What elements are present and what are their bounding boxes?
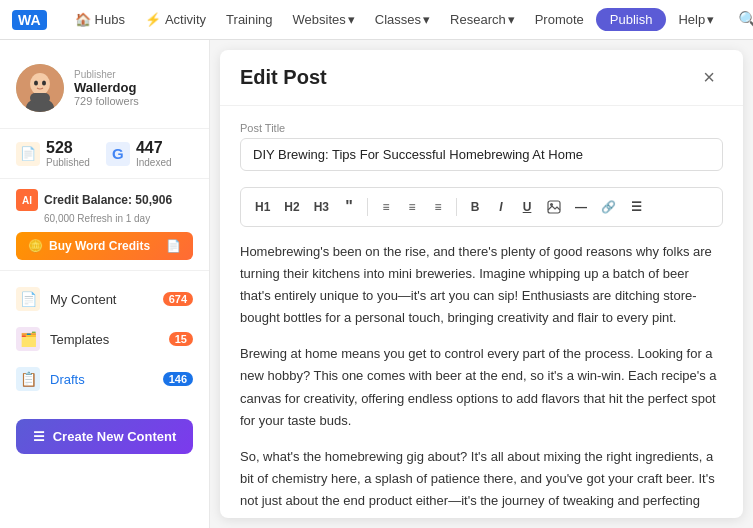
document-icon: 📄 (166, 239, 181, 253)
nav-items-section: 📄 My Content 674 🗂️ Templates 15 📋 Draft… (0, 271, 209, 407)
align-center-button[interactable]: ≡ (400, 196, 424, 218)
drafts-label: Drafts (50, 372, 153, 387)
credit-balance: Credit Balance: 50,906 (44, 193, 172, 207)
indexed-label: Indexed (136, 157, 172, 168)
profile-name: Wallerdog (74, 80, 139, 95)
underline-button[interactable]: U (515, 196, 539, 218)
drafts-icon: 📋 (16, 367, 40, 391)
edit-post-header: Edit Post × (220, 50, 743, 106)
svg-point-7 (550, 203, 553, 206)
published-label: Published (46, 157, 90, 168)
main-layout: Publisher Wallerdog 729 followers 📄 528 … (0, 40, 753, 528)
italic-button[interactable]: I (489, 196, 513, 218)
post-title-label: Post Title (240, 122, 723, 134)
activity-icon: ⚡ (145, 12, 161, 27)
paragraph-1: Homebrewing's been on the rise, and ther… (240, 241, 723, 329)
edit-post-title: Edit Post (240, 66, 327, 89)
nav-items: 🏠 Hubs ⚡ Activity Training Websites ▾ Cl… (67, 8, 723, 31)
stats-row: 📄 528 Published G 447 Indexed (0, 129, 209, 179)
h2-button[interactable]: H2 (278, 196, 305, 218)
svg-rect-3 (30, 93, 50, 103)
post-title-input[interactable] (240, 138, 723, 171)
svg-point-4 (34, 81, 38, 86)
nav-activity[interactable]: ⚡ Activity (137, 8, 214, 31)
indexed-number: 447 (136, 139, 172, 157)
nav-research[interactable]: Research ▾ (442, 8, 523, 31)
top-navigation: WA 🏠 Hubs ⚡ Activity Training Websites ▾… (0, 0, 753, 40)
h1-button[interactable]: H1 (249, 196, 276, 218)
h3-button[interactable]: H3 (308, 196, 335, 218)
blockquote-button[interactable]: " (337, 194, 361, 220)
list-button[interactable]: ☰ (624, 196, 648, 218)
toolbar-divider-2 (456, 198, 457, 216)
classes-chevron-icon: ▾ (423, 12, 430, 27)
editor-toolbar: H1 H2 H3 " ≡ ≡ ≡ B I U — 🔗 (240, 187, 723, 227)
templates-badge: 15 (169, 332, 193, 346)
nav-training[interactable]: Training (218, 8, 280, 31)
image-button[interactable] (541, 196, 567, 218)
profile-followers: 729 followers (74, 95, 139, 107)
help-chevron-icon: ▾ (707, 12, 714, 27)
hubs-icon: 🏠 (75, 12, 91, 27)
published-stat: 📄 528 Published (16, 139, 90, 168)
research-chevron-icon: ▾ (508, 12, 515, 27)
profile-section: Publisher Wallerdog 729 followers (0, 52, 209, 129)
post-title-field: Post Title (240, 122, 723, 171)
edit-post-panel: Edit Post × Post Title H1 H2 H3 " ≡ (220, 50, 743, 518)
link-button[interactable]: 🔗 (595, 196, 622, 218)
ai-icon: AI (16, 189, 38, 211)
published-icon: 📄 (16, 142, 40, 166)
credit-section: AI Credit Balance: 50,906 60,000 Refresh… (0, 179, 209, 271)
svg-point-5 (42, 81, 46, 86)
my-content-icon: 📄 (16, 287, 40, 311)
svg-point-1 (30, 73, 50, 95)
svg-rect-6 (548, 201, 560, 213)
toolbar-divider-1 (367, 198, 368, 216)
nav-websites[interactable]: Websites ▾ (285, 8, 363, 31)
content-area: Edit Post × Post Title H1 H2 H3 " ≡ (210, 40, 753, 528)
templates-icon: 🗂️ (16, 327, 40, 351)
my-content-label: My Content (50, 292, 153, 307)
bold-button[interactable]: B (463, 196, 487, 218)
create-new-content-button[interactable]: ☰ Create New Content (16, 419, 193, 454)
nav-hubs[interactable]: 🏠 Hubs (67, 8, 133, 31)
align-left-button[interactable]: ≡ (374, 196, 398, 218)
drafts-item[interactable]: 📋 Drafts 146 (0, 359, 209, 399)
create-icon: ☰ (33, 429, 45, 444)
my-content-item[interactable]: 📄 My Content 674 (0, 279, 209, 319)
websites-chevron-icon: ▾ (348, 12, 355, 27)
align-right-button[interactable]: ≡ (426, 196, 450, 218)
search-icon[interactable]: 🔍 (738, 10, 753, 29)
my-content-badge: 674 (163, 292, 193, 306)
avatar (16, 64, 64, 112)
post-content: Homebrewing's been on the rise, and ther… (240, 241, 723, 518)
published-number: 528 (46, 139, 90, 157)
nav-help[interactable]: Help ▾ (670, 8, 722, 31)
indexed-stat: G 447 Indexed (106, 139, 172, 168)
close-button[interactable]: × (695, 62, 723, 93)
buy-credits-button[interactable]: 🪙 Buy Word Credits 📄 (16, 232, 193, 260)
drafts-badge: 146 (163, 372, 193, 386)
google-icon: G (106, 142, 130, 166)
credit-refresh: 60,000 Refresh in 1 day (44, 213, 193, 224)
credits-icon: 🪙 (28, 239, 43, 253)
paragraph-2: Brewing at home means you get to control… (240, 343, 723, 431)
nav-promote[interactable]: Promote (527, 8, 592, 31)
paragraph-3: So, what's the homebrewing gig about? It… (240, 446, 723, 518)
nav-classes[interactable]: Classes ▾ (367, 8, 438, 31)
nav-publish[interactable]: Publish (596, 8, 667, 31)
logo: WA (12, 10, 47, 30)
templates-label: Templates (50, 332, 159, 347)
edit-post-body[interactable]: Post Title H1 H2 H3 " ≡ ≡ ≡ B I U (220, 106, 743, 518)
hr-button[interactable]: — (569, 196, 593, 218)
templates-item[interactable]: 🗂️ Templates 15 (0, 319, 209, 359)
publisher-label: Publisher (74, 69, 139, 80)
sidebar: Publisher Wallerdog 729 followers 📄 528 … (0, 40, 210, 528)
